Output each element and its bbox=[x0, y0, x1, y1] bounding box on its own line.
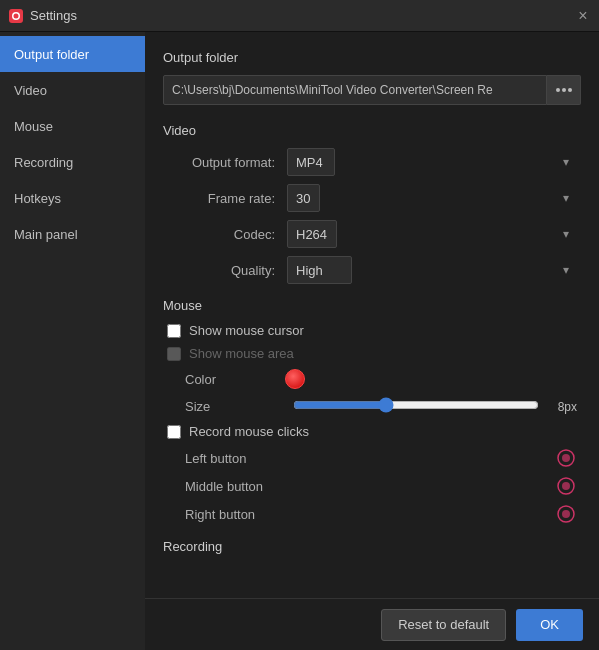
record-clicks-row: Record mouse clicks bbox=[163, 424, 581, 439]
left-button-label: Left button bbox=[185, 451, 555, 466]
browse-button[interactable] bbox=[547, 75, 581, 105]
app-icon bbox=[8, 8, 24, 24]
right-button-label: Right button bbox=[185, 507, 555, 522]
mouse-section-title: Mouse bbox=[163, 298, 581, 313]
output-format-row: Output format: MP4 AVI MOV MKV GIF bbox=[163, 148, 581, 176]
ok-button[interactable]: OK bbox=[516, 609, 583, 641]
record-clicks-label[interactable]: Record mouse clicks bbox=[189, 424, 309, 439]
reset-button[interactable]: Reset to default bbox=[381, 609, 506, 641]
sidebar-item-label: Main panel bbox=[14, 227, 78, 242]
frame-rate-select[interactable]: 24 25 30 60 bbox=[287, 184, 320, 212]
color-swatch[interactable] bbox=[285, 369, 305, 389]
output-folder-title: Output folder bbox=[163, 50, 581, 65]
sidebar-item-main-panel[interactable]: Main panel bbox=[0, 216, 145, 252]
quality-label: Quality: bbox=[167, 263, 287, 278]
sidebar-item-video[interactable]: Video bbox=[0, 72, 145, 108]
sidebar-item-label: Output folder bbox=[14, 47, 89, 62]
svg-point-8 bbox=[562, 510, 570, 518]
sidebar: Output folder Video Mouse Recording Hotk… bbox=[0, 32, 145, 650]
color-label: Color bbox=[185, 372, 285, 387]
content-area: Output folder Video Output format: MP4 A… bbox=[145, 32, 599, 650]
left-button-row: Left button bbox=[163, 447, 581, 469]
show-cursor-label[interactable]: Show mouse cursor bbox=[189, 323, 304, 338]
output-format-select[interactable]: MP4 AVI MOV MKV GIF bbox=[287, 148, 335, 176]
dots-icon bbox=[556, 88, 572, 92]
output-path-row bbox=[163, 75, 581, 105]
middle-button-label: Middle button bbox=[185, 479, 555, 494]
svg-point-6 bbox=[562, 482, 570, 490]
codec-select[interactable]: H264 H265 VP8 VP9 bbox=[287, 220, 337, 248]
sidebar-item-label: Mouse bbox=[14, 119, 53, 134]
left-button-color-icon[interactable] bbox=[555, 447, 577, 469]
mouse-section: Mouse Show mouse cursor Show mouse area … bbox=[163, 298, 581, 525]
svg-point-4 bbox=[562, 454, 570, 462]
svg-point-2 bbox=[14, 13, 19, 18]
right-button-color-icon[interactable] bbox=[555, 503, 577, 525]
middle-button-color-icon[interactable] bbox=[555, 475, 577, 497]
size-row: Size 8px bbox=[163, 397, 581, 416]
sidebar-item-recording[interactable]: Recording bbox=[0, 144, 145, 180]
window-title: Settings bbox=[30, 8, 575, 23]
output-format-select-wrapper: MP4 AVI MOV MKV GIF bbox=[287, 148, 577, 176]
size-slider[interactable] bbox=[293, 397, 539, 413]
frame-rate-row: Frame rate: 24 25 30 60 bbox=[163, 184, 581, 212]
show-area-label: Show mouse area bbox=[189, 346, 294, 361]
footer: Reset to default OK bbox=[145, 598, 599, 650]
quality-select[interactable]: Low Medium High Ultra bbox=[287, 256, 352, 284]
sidebar-item-label: Video bbox=[14, 83, 47, 98]
recording-section: Recording bbox=[163, 539, 581, 554]
codec-label: Codec: bbox=[167, 227, 287, 242]
titlebar: Settings × bbox=[0, 0, 599, 32]
sidebar-item-output-folder[interactable]: Output folder bbox=[0, 36, 145, 72]
main-layout: Output folder Video Mouse Recording Hotk… bbox=[0, 32, 599, 650]
close-button[interactable]: × bbox=[575, 8, 591, 24]
output-path-input[interactable] bbox=[163, 75, 547, 105]
output-format-label: Output format: bbox=[167, 155, 287, 170]
record-clicks-checkbox[interactable] bbox=[167, 425, 181, 439]
size-slider-wrapper bbox=[293, 397, 539, 416]
color-row: Color bbox=[163, 369, 581, 389]
sidebar-item-mouse[interactable]: Mouse bbox=[0, 108, 145, 144]
sidebar-item-label: Hotkeys bbox=[14, 191, 61, 206]
show-cursor-checkbox[interactable] bbox=[167, 324, 181, 338]
size-value: 8px bbox=[547, 400, 577, 414]
right-button-row: Right button bbox=[163, 503, 581, 525]
show-area-checkbox bbox=[167, 347, 181, 361]
sidebar-item-hotkeys[interactable]: Hotkeys bbox=[0, 180, 145, 216]
frame-rate-select-wrapper: 24 25 30 60 bbox=[287, 184, 577, 212]
quality-select-wrapper: Low Medium High Ultra bbox=[287, 256, 577, 284]
show-cursor-row: Show mouse cursor bbox=[163, 323, 581, 338]
middle-button-row: Middle button bbox=[163, 475, 581, 497]
video-section-title: Video bbox=[163, 123, 581, 138]
recording-section-title: Recording bbox=[163, 539, 581, 554]
size-label: Size bbox=[185, 399, 285, 414]
quality-row: Quality: Low Medium High Ultra bbox=[163, 256, 581, 284]
codec-row: Codec: H264 H265 VP8 VP9 bbox=[163, 220, 581, 248]
sidebar-item-label: Recording bbox=[14, 155, 73, 170]
codec-select-wrapper: H264 H265 VP8 VP9 bbox=[287, 220, 577, 248]
show-area-row: Show mouse area bbox=[163, 346, 581, 361]
frame-rate-label: Frame rate: bbox=[167, 191, 287, 206]
